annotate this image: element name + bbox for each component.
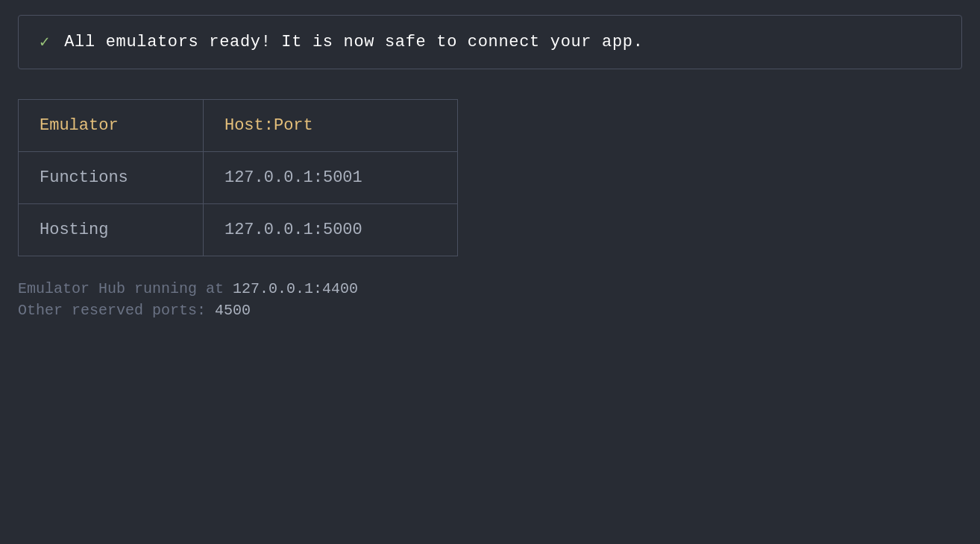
col-header-emulator: Emulator — [19, 100, 204, 152]
footer-info: Emulator Hub running at 127.0.0.1:4400 O… — [18, 280, 962, 319]
emulator-table: Emulator Host:Port Functions127.0.0.1:50… — [18, 99, 458, 256]
hub-value: 127.0.0.1:4400 — [233, 280, 358, 297]
col-header-hostport: Host:Port — [203, 100, 457, 152]
banner-message: All emulators ready! It is now safe to c… — [64, 33, 643, 51]
cell-emulator-1: Hosting — [19, 204, 204, 256]
hub-label: Emulator Hub running at — [18, 280, 233, 297]
ports-info-line: Other reserved ports: 4500 — [18, 302, 962, 319]
checkmark-icon: ✓ — [40, 32, 49, 52]
cell-emulator-0: Functions — [19, 152, 204, 204]
ports-value: 4500 — [215, 302, 251, 319]
table-row: Hosting127.0.0.1:5000 — [19, 204, 458, 256]
cell-hostport-0: 127.0.0.1:5001 — [203, 152, 457, 204]
table-row: Functions127.0.0.1:5001 — [19, 152, 458, 204]
hub-info-line: Emulator Hub running at 127.0.0.1:4400 — [18, 280, 962, 297]
emulator-table-container: Emulator Host:Port Functions127.0.0.1:50… — [18, 99, 962, 256]
cell-hostport-1: 127.0.0.1:5000 — [203, 204, 457, 256]
ports-label: Other reserved ports: — [18, 302, 215, 319]
success-banner: ✓ All emulators ready! It is now safe to… — [18, 15, 962, 69]
table-header-row: Emulator Host:Port — [19, 100, 458, 152]
